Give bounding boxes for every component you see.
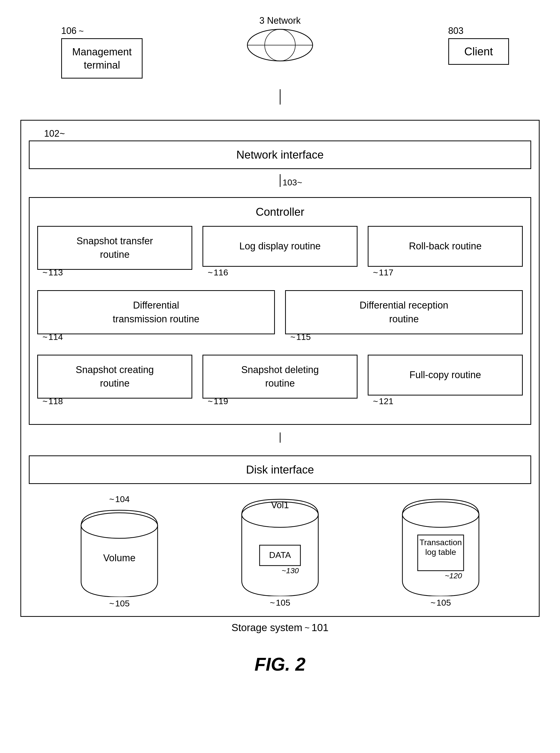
svg-point-10 [402,502,479,527]
client-box: Client [448,38,509,65]
disk-interface-label: Disk interface [246,463,314,476]
label-101: 101 [312,622,329,633]
snapshot-transfer-label: Snapshot transferroutine [77,235,153,261]
label-115: ~115 [290,332,311,342]
diff-transmission-box: Differentialtransmission routine [37,290,275,334]
storage-system-label: Storage system ~ 101 [20,622,540,633]
volume-wrapper: ~104 Volume ~105 [79,494,160,608]
label-104: 104 [115,494,130,504]
diff-transmission-wrapper: Differentialtransmission routine ~114 [37,290,275,334]
svg-text:Transaction: Transaction [419,538,462,547]
fig-caption-text: FIG. 2 [255,654,305,674]
network-interface-section: Network interface [29,141,531,169]
svg-text:Vol1: Vol1 [271,500,289,510]
disk-interface-section: Disk interface [29,455,531,484]
svg-text:log table: log table [425,548,456,557]
client-label: Client [464,45,493,58]
management-terminal-label: Managementterminal [72,46,132,70]
top-section: 106 ~ Managementterminal 3 Network 803 C… [20,15,540,82]
snapshot-transfer-wrapper: Snapshot transferroutine ~113 [37,226,192,270]
svg-text:~130: ~130 [282,566,299,575]
full-copy-wrapper: Full-copy routine ~121 [368,355,523,399]
controller-title: Controller [37,205,523,218]
volume-cylinder: Volume [79,505,160,597]
label-104-wrapper: ~104 [109,494,130,504]
network-symbol [247,28,313,62]
snapshot-transfer-box: Snapshot transferroutine [37,226,192,270]
controller-to-di-line [29,432,531,443]
management-terminal-section: 106 ~ Managementterminal [61,25,143,79]
svg-point-3 [81,513,158,538]
storage-system-outer: 102~ Network interface 103~ Controller S [20,120,540,617]
label-117: ~117 [373,267,394,278]
diff-reception-box: Differential receptionroutine [285,290,523,334]
log-display-box: Log display routine [202,226,358,267]
transaction-log-wrapper: Transaction log table ~120 ~105 [400,494,481,608]
network-label: 3 Network [259,15,301,26]
storage-system-text: Storage system [232,622,302,633]
svg-text:~120: ~120 [445,571,462,580]
roll-back-wrapper: Roll-back routine ~117 [368,226,523,270]
routine-row-1: Snapshot transferroutine ~113 Log displa… [37,226,523,270]
page: 106 ~ Managementterminal 3 Network 803 C… [0,0,560,753]
full-copy-box: Full-copy routine [368,355,523,395]
label-118: ~118 [42,396,63,406]
snapshot-deleting-wrapper: Snapshot deletingroutine ~119 [202,355,358,399]
routine-row-2: Differentialtransmission routine ~114 Di… [37,290,523,334]
full-copy-label: Full-copy routine [409,368,481,382]
controller-section: Controller Snapshot transferroutine ~113… [29,197,531,425]
zigzag-106: ~ [79,26,84,36]
transaction-log-cylinder: Transaction log table ~120 [400,494,481,596]
snapshot-deleting-label: Snapshot deletingroutine [241,363,319,390]
vol1-wrapper: Vol1 DATA ~130 ~105 [239,494,321,608]
label-102-wrapper: 102~ [29,128,531,139]
roll-back-label: Roll-back routine [409,240,481,253]
network-section: 3 Network [247,15,313,62]
diff-transmission-label: Differentialtransmission routine [113,299,199,326]
disk-interface-box: Disk interface [29,455,531,484]
management-terminal-box: Managementterminal [61,38,143,79]
svg-text:DATA: DATA [269,550,291,560]
svg-text:Volume: Volume [103,553,136,563]
label-119: ~119 [207,396,228,406]
label-105-vol1: ~105 [270,598,291,608]
diff-reception-label: Differential receptionroutine [360,299,448,326]
diff-reception-wrapper: Differential receptionroutine ~115 [285,290,523,334]
snapshot-creating-wrapper: Snapshot creatingroutine ~118 [37,355,192,399]
roll-back-box: Roll-back routine [368,226,523,267]
label-114: ~114 [42,332,63,342]
network-interface-box: Network interface [29,141,531,169]
label-106: 106 ~ [61,25,84,36]
snapshot-creating-label: Snapshot creatingroutine [76,363,154,390]
label-102: 102~ [44,128,65,139]
label-803: 803 [448,25,464,36]
label-106-number: 106 [61,25,77,36]
label-113: ~113 [42,267,63,278]
vol1-cylinder: Vol1 DATA ~130 [239,494,321,596]
volumes-section: ~104 Volume ~105 [29,494,531,608]
log-display-label: Log display routine [239,240,321,253]
label-105-volume: ~105 [109,598,130,608]
network-interface-label: Network interface [236,148,324,161]
snapshot-creating-box: Snapshot creatingroutine [37,355,192,399]
label-105-transaction: ~105 [431,598,451,608]
connector-top-to-storage [280,89,281,105]
ni-to-controller-line: 103~ [29,174,531,187]
label-103: 103~ [283,178,302,187]
snapshot-deleting-box: Snapshot deletingroutine [202,355,358,399]
label-121: ~121 [373,396,394,406]
client-section: 803 Client [448,25,509,65]
fig-caption: FIG. 2 [20,654,540,675]
routine-row-3: Snapshot creatingroutine ~118 Snapshot d… [37,355,523,399]
label-116: ~116 [207,267,228,278]
log-display-wrapper: Log display routine ~116 [202,226,358,270]
zigzag-101: ~ [304,623,309,633]
